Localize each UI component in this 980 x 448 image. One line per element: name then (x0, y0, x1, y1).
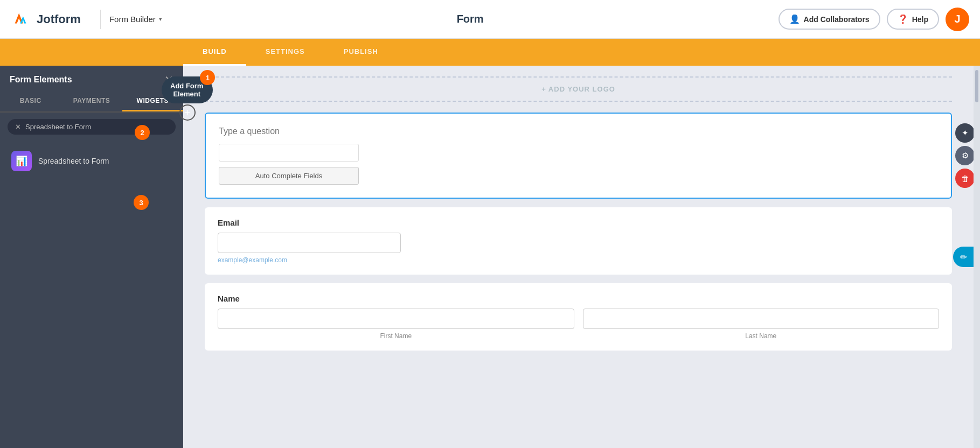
card-actions: ✦ ⚙ 🗑 (955, 123, 974, 188)
nav-right: 👤 Add Collaborators ❓ Help J (779, 8, 969, 31)
nav-divider (100, 10, 101, 29)
tab-bar: BUILD SETTINGS PUBLISH (0, 39, 980, 66)
last-name-input[interactable] (583, 309, 940, 329)
step-badge-1: 1 (200, 70, 215, 85)
email-hint: example@example.com (218, 256, 939, 264)
sidebar-list: 📊 Spreadsheet to Form (0, 141, 183, 448)
name-field-card: Name First Name Last Name (205, 283, 952, 351)
search-bar[interactable]: ✕ Spreadsheet to Form (8, 119, 176, 135)
add-plus-button[interactable]: + (179, 104, 196, 121)
add-collaborators-button[interactable]: 👤 Add Collaborators (779, 9, 880, 30)
main-layout: Form Elements ✕ 2 BASIC PAYMENTS WIDGETS… (0, 66, 980, 448)
form-title: Form (162, 13, 779, 25)
name-inputs: First Name Last Name (218, 309, 939, 340)
sidebar-title: Form Elements (10, 75, 72, 85)
sidebar-item-label: Spreadsheet to Form (38, 157, 109, 165)
first-name-input[interactable] (218, 309, 574, 329)
logo-text: Jotform (37, 12, 81, 26)
step-badge-2: 2 (135, 125, 150, 140)
add-element-label: Add FormElement (170, 82, 203, 98)
tab-payments[interactable]: PAYMENTS (61, 92, 122, 111)
jotform-logo-icon (11, 9, 31, 30)
email-label: Email (218, 218, 939, 227)
tab-build[interactable]: BUILD (183, 39, 246, 66)
form-builder-button[interactable]: Form Builder ▾ (109, 15, 162, 24)
tab-settings[interactable]: SETTINGS (246, 39, 324, 66)
add-form-element-area: 1 Add FormElement + (162, 76, 213, 121)
sidebar: Form Elements ✕ 2 BASIC PAYMENTS WIDGETS… (0, 66, 183, 448)
spreadsheet-url-input[interactable] (219, 144, 359, 162)
avatar[interactable]: J (946, 8, 969, 31)
settings-button[interactable]: ⚙ (955, 146, 974, 165)
canvas-area: + ADD YOUR LOGO Auto Complete Fields ✦ ⚙… (183, 66, 974, 448)
question-input[interactable] (219, 127, 938, 136)
autocomplete-button[interactable]: Auto Complete Fields (219, 167, 359, 185)
sidebar-header: Form Elements ✕ (0, 66, 183, 92)
step-badge-3: 3 (134, 195, 149, 210)
right-panel-toggle[interactable]: ✏ (953, 247, 974, 267)
widget-card: Auto Complete Fields ✦ ⚙ 🗑 (205, 113, 952, 199)
sidebar-tabs: BASIC PAYMENTS WIDGETS (0, 92, 183, 113)
clear-search-icon[interactable]: ✕ (15, 123, 21, 131)
user-icon: 👤 (789, 14, 800, 24)
email-field-card: Email example@example.com (205, 207, 952, 275)
first-name-label: First Name (218, 332, 574, 340)
tab-basic[interactable]: BASIC (0, 92, 61, 111)
logo-area: Jotform (11, 9, 81, 30)
first-name-wrap: First Name (218, 309, 574, 340)
magic-wand-button[interactable]: ✦ (955, 123, 974, 143)
top-nav: Jotform Form Builder ▾ Form 👤 Add Collab… (0, 0, 980, 39)
scrollbar[interactable] (974, 66, 980, 448)
name-label: Name (218, 294, 939, 303)
last-name-wrap: Last Name (583, 309, 940, 340)
sidebar-item-spreadsheet[interactable]: 📊 Spreadsheet to Form (0, 143, 183, 179)
delete-button[interactable]: 🗑 (955, 169, 974, 188)
spreadsheet-icon: 📊 (11, 151, 32, 171)
add-logo-bar[interactable]: + ADD YOUR LOGO (205, 76, 952, 102)
help-button[interactable]: ❓ Help (887, 9, 939, 30)
scrollbar-thumb (975, 70, 978, 102)
question-icon: ❓ (898, 14, 908, 24)
email-input[interactable] (218, 233, 401, 253)
tab-publish[interactable]: PUBLISH (324, 39, 398, 66)
last-name-label: Last Name (583, 332, 940, 340)
